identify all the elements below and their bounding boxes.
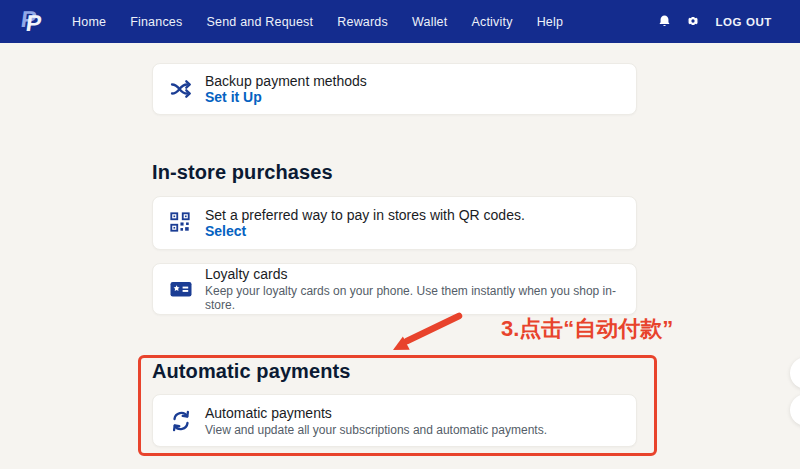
floating-button-partial-bottom[interactable]: [790, 394, 800, 426]
backup-card-title: Backup payment methods: [205, 73, 367, 89]
floating-button-partial-top[interactable]: [790, 357, 800, 389]
instore-purchases-heading: In-store purchases: [152, 161, 333, 184]
top-nav: P P Home Finances Send and Request Rewar…: [0, 0, 800, 43]
qr-scan-icon: [169, 211, 193, 235]
backup-payment-methods-card[interactable]: Backup payment methods Set it Up: [152, 63, 637, 115]
qr-codes-card[interactable]: Set a preferred way to pay in stores wit…: [152, 196, 637, 250]
nav-item-help[interactable]: Help: [537, 15, 564, 29]
qr-card-text: Set a preferred way to pay in stores wit…: [205, 207, 525, 240]
qr-card-title: Set a preferred way to pay in stores wit…: [205, 207, 525, 223]
sync-icon: [169, 409, 193, 433]
automatic-card-text: Automatic payments View and update all y…: [205, 405, 547, 437]
nav-menu: Home Finances Send and Request Rewards W…: [72, 15, 563, 29]
set-it-up-link[interactable]: Set it Up: [205, 89, 367, 106]
loyalty-card-text: Loyalty cards Keep your loyalty cards on…: [205, 266, 620, 312]
settings-content: Backup payment methods Set it Up In-stor…: [0, 43, 800, 469]
nav-item-finances[interactable]: Finances: [130, 15, 182, 29]
nav-item-rewards[interactable]: Rewards: [337, 15, 388, 29]
gear-icon[interactable]: [686, 14, 701, 29]
nav-item-home[interactable]: Home: [72, 15, 106, 29]
bell-icon[interactable]: [657, 14, 672, 29]
paypal-logo-front-p: P: [24, 12, 43, 35]
automatic-payments-heading: Automatic payments: [152, 360, 351, 383]
loyalty-card-description: Keep your loyalty cards on your phone. U…: [205, 284, 620, 312]
nav-item-wallet[interactable]: Wallet: [412, 15, 447, 29]
paypal-logo[interactable]: P P: [20, 7, 50, 37]
backup-card-text: Backup payment methods Set it Up: [205, 73, 367, 106]
logout-button[interactable]: LOG OUT: [715, 16, 772, 28]
annotation-step-text: 3.点击“自动付款”: [501, 314, 673, 344]
loyalty-cards-card[interactable]: Loyalty cards Keep your loyalty cards on…: [152, 263, 637, 315]
nav-item-activity[interactable]: Activity: [471, 15, 512, 29]
select-link[interactable]: Select: [205, 223, 525, 240]
shuffle-icon: [169, 77, 193, 101]
loyalty-card-icon: [169, 277, 193, 301]
automatic-card-title: Automatic payments: [205, 405, 547, 421]
automatic-payments-card[interactable]: Automatic payments View and update all y…: [152, 394, 637, 447]
nav-right-controls: LOG OUT: [657, 14, 772, 29]
loyalty-card-title: Loyalty cards: [205, 266, 620, 282]
automatic-card-description: View and update all your subscriptions a…: [205, 423, 547, 437]
nav-item-send-and-request[interactable]: Send and Request: [206, 15, 313, 29]
red-arrow-annotation: [383, 310, 475, 358]
